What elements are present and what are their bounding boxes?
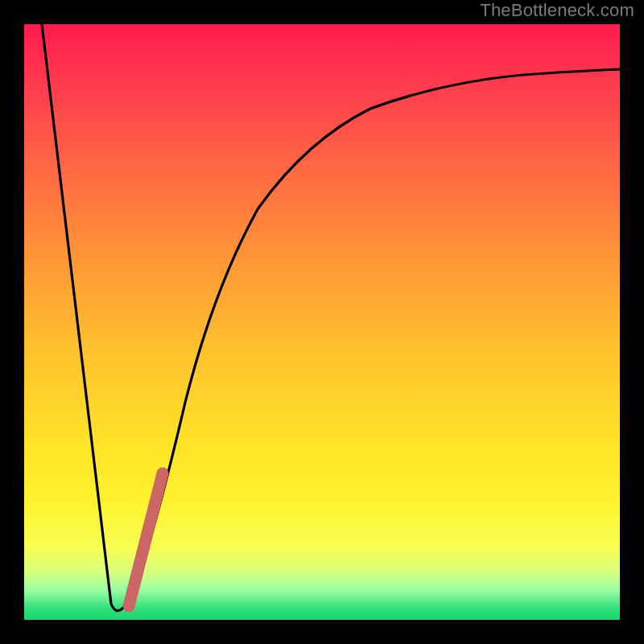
watermark-text: TheBottleneck.com (480, 0, 634, 21)
chart-frame: TheBottleneck.com (0, 0, 644, 644)
plot-area (24, 24, 620, 620)
curve-layer (24, 24, 620, 620)
bottleneck-curve (42, 24, 620, 611)
accent-segment (129, 473, 163, 606)
